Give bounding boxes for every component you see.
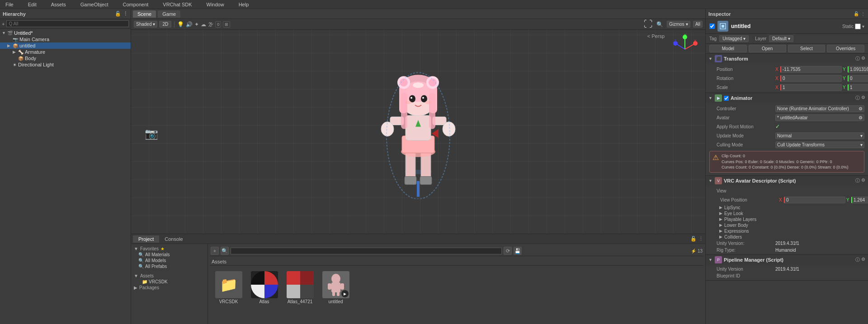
maximize-icon[interactable]: ⛶ (644, 19, 653, 29)
vrc-lower-body-item[interactable]: ▶ Lower Body (706, 222, 868, 228)
shading-dropdown[interactable]: Shaded ▾ (134, 21, 157, 28)
open-btn[interactable]: Open (749, 45, 786, 52)
select-btn[interactable]: Select (788, 45, 826, 52)
hier-label-body: Body (25, 56, 36, 61)
gizmos-dropdown[interactable]: Gizmos ▾ (667, 21, 690, 28)
tab-console[interactable]: Console (159, 235, 188, 243)
hier-item-directional-light[interactable]: ☀ Directional Light (0, 61, 131, 68)
all-dropdown[interactable]: All (693, 21, 703, 28)
avatar-dropdown[interactable]: * untitledAvatar ⚙ (775, 114, 864, 121)
static-checkbox[interactable] (855, 23, 861, 29)
animator-enabled-checkbox[interactable] (724, 96, 729, 101)
bottom-panel-lock[interactable]: 🔓 (690, 236, 697, 242)
controller-settings-icon[interactable]: ⚙ (859, 106, 863, 111)
hierarchy-search[interactable] (6, 20, 129, 27)
pipeline-manager-header[interactable]: ▼ P Pipeline Manager (Script) ⓘ ⚙ (706, 255, 868, 265)
audio-toggle-icon[interactable]: 🔊 (186, 21, 193, 28)
hierarchy-menu-icon[interactable]: ⋮ (123, 11, 128, 17)
asset-untitled-avatar[interactable]: ▶ untitled (319, 269, 353, 306)
fav-all-materials[interactable]: 🔍 All Materials (131, 252, 208, 258)
menu-edit[interactable]: Edit (24, 1, 40, 8)
search-assets-btn[interactable]: 🔍 (221, 247, 229, 255)
view-x-input[interactable] (784, 197, 845, 203)
play-icon-avatar: ▶ (341, 290, 349, 297)
asset-atlas-44721[interactable]: Atlas_44721 (283, 269, 317, 306)
transform-info-icon[interactable]: ⓘ (855, 56, 860, 62)
rot-y-input[interactable] (848, 75, 868, 82)
controller-dropdown[interactable]: None (Runtime Animator Controller) ⚙ (775, 105, 864, 112)
static-dropdown-icon[interactable]: ▾ (862, 24, 864, 29)
favorites-section-header[interactable]: ▼ Favorites ★ (131, 246, 208, 252)
update-mode-dropdown[interactable]: Normal ▾ (775, 132, 864, 139)
vrc-avatar-settings-icon[interactable]: ⚙ (861, 178, 865, 184)
pipeline-info-icon[interactable]: ⓘ (855, 257, 860, 263)
effect-toggle-icon[interactable]: ✦ (194, 21, 199, 28)
asset-vrcsdk[interactable]: 📁 VRCSDK (212, 269, 245, 306)
transform-header[interactable]: ▼ ⬛ Transform ⓘ ⚙ (706, 54, 868, 64)
culling-mode-dropdown[interactable]: Cull Update Transforms ▾ (775, 141, 864, 148)
vrc-expressions-item[interactable]: ▶ Expressions (706, 228, 868, 234)
vrc-playable-layers-item[interactable]: ▶ Playable Layers (706, 216, 868, 222)
assets-section-header[interactable]: ▼ Assets (131, 273, 208, 279)
menu-component[interactable]: Component (119, 1, 152, 8)
model-btn[interactable]: Model (709, 45, 747, 52)
assets-vrcsdk-item[interactable]: 📁 VRCSDK (131, 279, 208, 285)
hierarchy-lock-icon[interactable]: 🔓 (115, 11, 121, 17)
hier-item-untitled-obj[interactable]: ▶ 📦 untitled (0, 42, 131, 49)
assets-save-icon[interactable]: 💾 (514, 247, 522, 255)
object-enabled-checkbox[interactable] (709, 23, 715, 29)
asset-atlas[interactable]: Atlas (247, 269, 281, 306)
inspector-menu-icon[interactable]: ⋮ (861, 11, 865, 16)
transform-settings-icon[interactable]: ⚙ (861, 56, 865, 62)
new-folder-btn[interactable]: + (211, 247, 219, 255)
tab-scene[interactable]: Scene (133, 10, 156, 18)
hier-item-armature[interactable]: ▶ 🦴 Armature (0, 49, 131, 55)
tab-project[interactable]: Project (133, 235, 159, 243)
tag-dropdown[interactable]: Untagged ▾ (719, 35, 749, 42)
fog-toggle-icon[interactable]: 🌫 (208, 21, 213, 28)
pipeline-settings-icon[interactable]: ⚙ (861, 257, 865, 263)
menu-assets[interactable]: Assets (47, 1, 70, 8)
packages-section-header[interactable]: ▶ Packages (131, 285, 208, 291)
animator-info-icon[interactable]: ⓘ (855, 95, 860, 101)
bottom-panel-menu[interactable]: ⋮ (698, 236, 703, 242)
inspector-lock-icon[interactable]: 🔓 (854, 11, 859, 16)
menu-gameobject[interactable]: GameObject (77, 1, 112, 8)
hier-item-untitled-scene[interactable]: ▼ 🎬 Untitled* (0, 30, 131, 36)
animator-settings-icon[interactable]: ⚙ (861, 95, 865, 101)
hier-item-main-camera[interactable]: 📷 Main Camera (0, 36, 131, 42)
hierarchy-add-btn[interactable]: + (2, 21, 5, 27)
vrc-colliders-item[interactable]: ▶ Colliders (706, 234, 868, 240)
layer-dropdown[interactable]: Default ▾ (769, 35, 793, 42)
fav-all-prefabs[interactable]: 🔍 All Prefabs (131, 263, 208, 269)
playable-layers-arrow-icon: ▶ (719, 217, 722, 221)
menu-help[interactable]: Help (235, 1, 253, 8)
tab-game[interactable]: Game (158, 10, 180, 18)
menu-window[interactable]: Window (203, 1, 228, 8)
assets-search-input[interactable] (231, 248, 502, 254)
overrides-btn[interactable]: Overrides (827, 45, 864, 52)
avatar-settings-icon[interactable]: ⚙ (859, 115, 863, 120)
pos-y-input[interactable] (848, 66, 868, 73)
light-toggle-icon[interactable]: 💡 (177, 21, 184, 28)
view-2d-btn[interactable]: 2D (159, 21, 171, 28)
lock-scene-icon[interactable]: 🔍 (656, 21, 663, 28)
menu-vrcsdk[interactable]: VRChat SDK (159, 1, 195, 8)
view-y-input[interactable] (851, 197, 868, 203)
menu-file[interactable]: File (2, 1, 17, 8)
vrc-avatar-header[interactable]: ▼ V VRC Avatar Descriptor (Script) ⓘ ⚙ (706, 176, 868, 186)
scale-y-input[interactable] (848, 84, 868, 91)
fav-all-models[interactable]: 🔍 All Models (131, 258, 208, 263)
assets-refresh-icon[interactable]: ⟳ (504, 247, 512, 255)
skybox-toggle-icon[interactable]: ☁ (201, 21, 206, 28)
hier-item-body[interactable]: 📦 Body (0, 55, 131, 61)
object-name-field[interactable]: untitled (731, 23, 840, 29)
animator-header[interactable]: ▼ ▶ Animator ⓘ ⚙ (706, 93, 868, 103)
pos-x-input[interactable] (780, 66, 842, 73)
vrc-lipsync-item[interactable]: ▶ LipSync (706, 205, 868, 211)
rot-x-input[interactable] (780, 75, 842, 82)
apply-root-motion-check[interactable]: ✓ (775, 123, 780, 130)
vrc-eyelook-item[interactable]: ▶ Eye Look (706, 211, 868, 216)
vrc-avatar-info-icon[interactable]: ⓘ (855, 178, 860, 184)
scale-x-input[interactable] (780, 84, 842, 91)
